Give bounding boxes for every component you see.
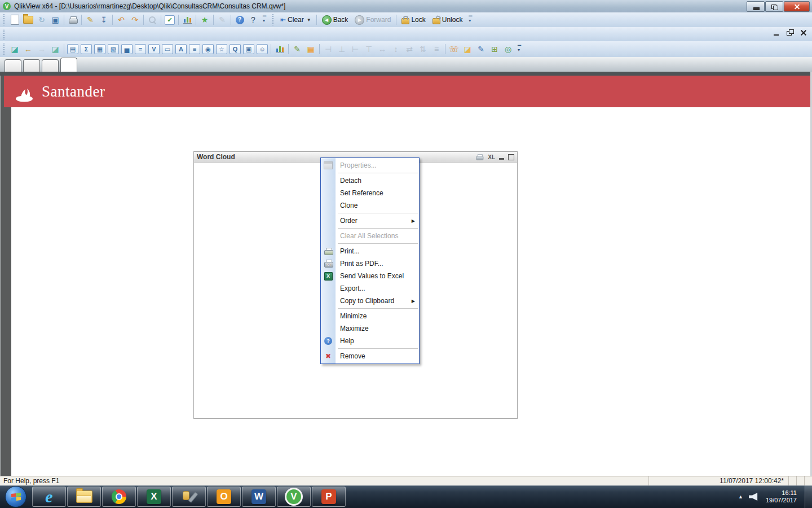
document-restore-icon[interactable] xyxy=(786,29,794,36)
menubar-item[interactable] xyxy=(89,33,99,36)
align-center-icon[interactable]: ⊥ xyxy=(336,43,348,55)
forward-button[interactable]: ▶ Forward xyxy=(351,15,394,25)
menu-minimize[interactable]: Minimize ▶ xyxy=(321,310,419,322)
taskbar-outlook[interactable]: O xyxy=(207,487,241,507)
menu-print-as-pdf[interactable]: Print as PDF... ▶ xyxy=(321,257,419,270)
show-desktop-button[interactable] xyxy=(805,485,812,508)
menu-properties[interactable]: Properties... ▶ xyxy=(321,159,419,172)
webview-icon[interactable]: ◎ xyxy=(502,43,514,55)
create-bookmark-object-icon[interactable]: ☆ xyxy=(215,43,228,55)
menu-set-reference[interactable]: Set Reference ▶ xyxy=(321,187,419,199)
sheet-properties-icon[interactable]: ◪ xyxy=(49,43,61,55)
tab-informe[interactable] xyxy=(5,59,21,72)
promote-sheet-icon[interactable]: ← xyxy=(22,43,34,55)
create-multi-box-icon[interactable]: ≡ xyxy=(188,43,201,55)
taskbar-powerpoint[interactable]: P xyxy=(312,487,346,507)
align-right-icon[interactable]: ⊢ xyxy=(349,43,361,55)
adjust-order-icon[interactable]: ≡ xyxy=(430,43,443,55)
taskbar-internet-explorer[interactable]: e xyxy=(32,487,66,507)
create-text-object-icon[interactable]: A xyxy=(175,43,187,55)
toolbar-drag-handle[interactable] xyxy=(2,14,6,26)
create-bar-chart-icon[interactable]: ▅ xyxy=(121,43,133,55)
menubar-item[interactable] xyxy=(59,33,69,36)
align-left-icon[interactable]: ⊣ xyxy=(322,43,334,55)
search-icon[interactable] xyxy=(146,14,158,26)
open-file-icon[interactable] xyxy=(22,14,34,26)
toolbar-overflow-icon[interactable]: ▔▾ xyxy=(261,14,268,25)
current-selections-icon[interactable]: ✔ xyxy=(164,14,176,26)
unlock-button[interactable]: Unlock xyxy=(429,15,466,25)
menu-remove[interactable]: ✖ Remove ▶ xyxy=(321,350,419,362)
menu-clear-all-selections[interactable]: Clear All Selections ▶ xyxy=(321,230,419,242)
space-horizontal-icon[interactable]: ↔ xyxy=(376,43,389,55)
caption-print-icon[interactable] xyxy=(476,154,483,160)
create-button-icon[interactable]: ▭ xyxy=(161,43,174,55)
distribute-horizontal-icon[interactable]: ⇄ xyxy=(403,43,416,55)
menu-clone[interactable]: Clone ▶ xyxy=(321,199,419,212)
menu-detach[interactable]: Detach ▶ xyxy=(321,174,419,187)
minimize-button[interactable] xyxy=(747,1,765,12)
caption-minimize-icon[interactable] xyxy=(499,155,504,160)
quick-chart-wizard-icon[interactable] xyxy=(273,43,286,55)
menu-copy-to-clipboard[interactable]: Copy to Clipboard ▶ xyxy=(321,295,419,307)
create-custom-object-icon[interactable]: ☺ xyxy=(256,43,268,55)
document-minimize-icon[interactable] xyxy=(773,29,780,36)
menubar-drag-handle[interactable] xyxy=(2,29,6,40)
expression-overview-icon[interactable]: ⊞ xyxy=(488,43,501,55)
caption-maximize-icon[interactable] xyxy=(508,154,514,160)
favorites-icon[interactable]: ★ xyxy=(198,14,211,26)
hidden-icons-arrow-icon[interactable]: ▲ xyxy=(732,494,749,500)
export-layout-icon[interactable]: ◪ xyxy=(461,43,474,55)
new-document-icon[interactable] xyxy=(8,14,21,26)
create-table-box-icon[interactable]: ▦ xyxy=(94,43,106,55)
document-close-icon[interactable] xyxy=(800,29,807,36)
restore-button[interactable] xyxy=(765,1,783,12)
menu-help[interactable]: ? Help ▶ xyxy=(321,335,419,347)
menubar-item[interactable] xyxy=(8,33,18,36)
clear-button[interactable]: ⇤ Clear ▼ xyxy=(277,15,315,24)
menu-export[interactable]: Export... ▶ xyxy=(321,282,419,295)
distribute-vertical-icon[interactable]: ⇅ xyxy=(417,43,429,55)
taskbar-qlikview[interactable]: V xyxy=(277,487,311,507)
menubar-item[interactable] xyxy=(18,33,28,36)
taskbar-excel[interactable]: X xyxy=(137,487,171,507)
menubar-item[interactable] xyxy=(79,33,89,36)
taskbar-windows-explorer[interactable] xyxy=(67,487,101,507)
create-container-icon[interactable]: ▣ xyxy=(242,43,255,55)
back-button[interactable]: ◀ Back xyxy=(319,15,352,25)
space-vertical-icon[interactable]: ↕ xyxy=(390,43,402,55)
quick-chart-icon[interactable] xyxy=(181,14,193,26)
notes-icon[interactable]: ✎ xyxy=(216,14,228,26)
edit-script-icon[interactable]: ✎ xyxy=(84,14,96,26)
volume-icon[interactable] xyxy=(749,493,758,501)
create-listbox-icon[interactable]: ▤ xyxy=(67,43,79,55)
print-icon[interactable] xyxy=(67,14,79,26)
close-button[interactable] xyxy=(784,1,810,12)
menu-send-values-to-excel[interactable]: X Send Values to Excel ▶ xyxy=(321,270,419,282)
taskbar-config-tool[interactable] xyxy=(172,487,206,507)
add-sheet-icon[interactable]: ◪ xyxy=(8,43,21,55)
context-help-icon[interactable]: ? xyxy=(247,14,259,26)
support-icon[interactable]: ☏ xyxy=(448,43,460,55)
create-chart-icon[interactable]: ▧ xyxy=(107,43,120,55)
clear-dropdown-icon[interactable]: ▼ xyxy=(307,17,311,23)
edit-module-icon[interactable]: ✎ xyxy=(475,43,487,55)
toolbar-drag-handle[interactable] xyxy=(2,43,6,55)
menu-maximize[interactable]: Maximize ▶ xyxy=(321,322,419,335)
menubar-item[interactable] xyxy=(28,33,38,36)
start-button[interactable] xyxy=(5,486,27,507)
save-icon[interactable]: ▣ xyxy=(49,14,61,26)
design-grid-icon[interactable]: ▦ xyxy=(304,43,317,55)
tab-sheet2[interactable] xyxy=(42,59,59,72)
toolbar-drag-handle[interactable] xyxy=(271,14,275,26)
menubar-item[interactable] xyxy=(38,33,48,36)
menubar-item[interactable] xyxy=(48,33,59,36)
menu-order[interactable]: Order ▶ xyxy=(321,214,419,227)
tray-clock[interactable]: 16:11 19/07/2017 xyxy=(766,489,805,504)
create-gauge-icon[interactable]: = xyxy=(134,43,147,55)
menu-print[interactable]: Print... ▶ xyxy=(321,245,419,257)
create-statistics-box-icon[interactable]: Σ xyxy=(80,43,92,55)
create-input-box-icon[interactable]: V xyxy=(148,43,160,55)
tab-copy-of-sheet2[interactable] xyxy=(60,58,77,72)
reload-icon[interactable]: ↻ xyxy=(36,14,48,26)
